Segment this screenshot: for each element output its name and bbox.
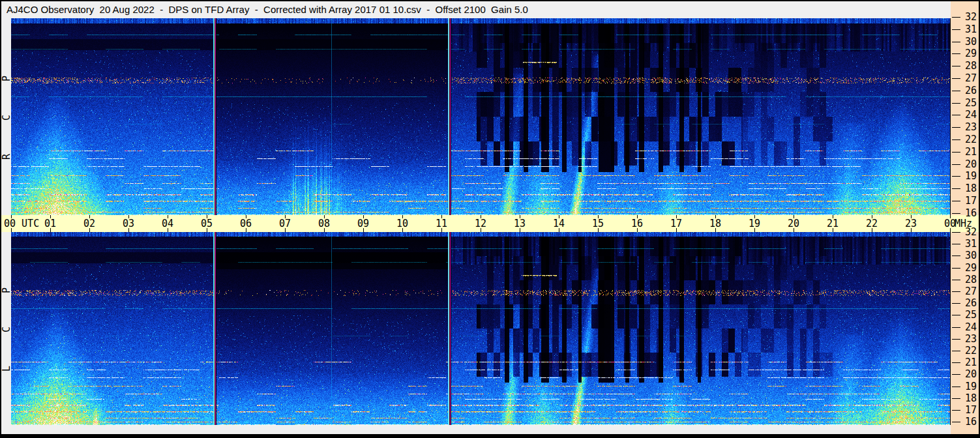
freq-tick — [952, 351, 960, 351]
time-tick-label: 15 — [592, 215, 604, 232]
freq-tick — [952, 244, 960, 244]
freq-tick-label: 30 — [960, 250, 977, 261]
time-tick-label: 12 — [475, 215, 486, 232]
freq-tick-label: 23 — [960, 334, 977, 344]
freq-tick — [952, 17, 960, 18]
freq-tick-label: 25 — [960, 98, 977, 108]
time-tick-label: 08 — [318, 215, 330, 232]
time-tick-label: 16 — [631, 215, 643, 232]
time-tick-label: 14 — [553, 215, 565, 232]
freq-tick-label: 18 — [960, 183, 977, 194]
freq-tick — [952, 188, 960, 189]
freq-tick-label: 16 — [960, 208, 977, 218]
freq-tick — [952, 42, 960, 42]
freq-tick-label: 20 — [960, 159, 977, 169]
freq-tick-label: 17 — [960, 405, 977, 415]
freq-tick-label: 19 — [960, 171, 977, 181]
freq-tick-label: 29 — [960, 48, 977, 59]
freq-tick-label: 18 — [960, 393, 977, 403]
lcp-spectrogram — [11, 232, 950, 425]
freq-tick — [952, 387, 960, 387]
freq-tick — [952, 103, 960, 104]
freq-tick — [952, 201, 960, 201]
time-tick-label: 10 — [396, 215, 408, 232]
time-tick-label: 06 — [240, 215, 252, 232]
freq-tick-label: 30 — [960, 36, 977, 47]
time-tick-label: 00 — [944, 215, 956, 232]
freq-tick — [952, 232, 960, 233]
frequency-axis-lower: 3231302928272625242322212019181716 — [951, 232, 979, 434]
freq-tick-label: 29 — [960, 263, 977, 273]
freq-tick-label: 31 — [960, 239, 977, 249]
time-tick-label: 11 — [436, 215, 447, 232]
freq-tick — [952, 422, 960, 422]
lcp-polarization-label: L C P — [1, 274, 12, 372]
rcp-spectrogram — [11, 18, 950, 215]
freq-tick — [952, 327, 960, 328]
freq-tick — [952, 291, 960, 292]
freq-tick — [952, 303, 960, 304]
time-tick-label: 00 UTC — [4, 215, 39, 232]
freq-tick-label: 32 — [960, 12, 977, 22]
time-tick-label: 09 — [357, 215, 369, 232]
freq-tick-label: 22 — [960, 345, 977, 356]
freq-tick-label: 23 — [960, 122, 977, 132]
freq-tick — [952, 213, 960, 214]
title-bar: AJ4CO Observatory 20 Aug 2022 - DPS on T… — [1, 1, 951, 18]
bottom-strip — [1, 425, 951, 434]
time-tick-label: 23 — [905, 215, 917, 232]
time-tick-label: 03 — [123, 215, 134, 232]
freq-tick-label: 21 — [960, 357, 977, 368]
freq-tick-label: 32 — [960, 227, 977, 237]
freq-tick-label: 20 — [960, 369, 977, 379]
freq-tick-label: 28 — [960, 61, 977, 71]
freq-tick-label: 24 — [960, 110, 977, 120]
freq-tick-label: 19 — [960, 381, 977, 392]
freq-tick-label: 26 — [960, 298, 977, 308]
freq-tick-label: 21 — [960, 147, 977, 157]
frequency-axis-upper: 3231302928272625242322212019181716 — [951, 1, 979, 215]
freq-tick — [952, 29, 960, 30]
freq-tick — [952, 91, 960, 91]
window-title: AJ4CO Observatory 20 Aug 2022 - DPS on T… — [7, 1, 528, 18]
freq-tick — [952, 315, 960, 315]
freq-tick — [952, 256, 960, 256]
time-tick-label: 01 — [44, 215, 56, 232]
freq-tick-label: 16 — [960, 416, 977, 427]
freq-tick — [952, 362, 960, 363]
freq-tick-label: 24 — [960, 322, 977, 332]
freq-tick-label: 26 — [960, 85, 977, 96]
freq-tick-label: 25 — [960, 310, 977, 320]
freq-tick-label: 31 — [960, 24, 977, 35]
rcp-polarization-label: R C P — [1, 62, 12, 160]
time-tick-label: 07 — [279, 215, 291, 232]
time-tick-label: 02 — [83, 215, 95, 232]
freq-tick-label: 27 — [960, 286, 977, 297]
freq-tick — [952, 78, 960, 79]
freq-tick — [952, 268, 960, 269]
freq-tick — [952, 374, 960, 375]
freq-tick — [952, 398, 960, 399]
freq-tick — [952, 176, 960, 177]
time-tick-label: 19 — [749, 215, 760, 232]
freq-tick — [952, 127, 960, 128]
freq-tick — [952, 152, 960, 153]
lcp-axis-column: L C P — [1, 232, 11, 425]
time-tick-label: 20 — [788, 215, 799, 232]
time-tick-label: 18 — [709, 215, 721, 232]
freq-tick — [952, 66, 960, 66]
time-tick-label: 13 — [514, 215, 526, 232]
freq-tick-label: 22 — [960, 134, 977, 145]
freq-tick — [952, 139, 960, 140]
freq-tick — [952, 53, 960, 54]
freq-tick — [952, 164, 960, 165]
freq-tick-label: 28 — [960, 274, 977, 285]
rcp-axis-column: R C P — [1, 18, 11, 215]
freq-tick — [952, 115, 960, 115]
freq-tick-label: 27 — [960, 73, 977, 83]
freq-tick — [952, 410, 960, 411]
time-tick-label: 17 — [670, 215, 682, 232]
freq-tick — [952, 280, 960, 280]
time-tick-label: 05 — [201, 215, 213, 232]
time-tick-label: 21 — [827, 215, 839, 232]
